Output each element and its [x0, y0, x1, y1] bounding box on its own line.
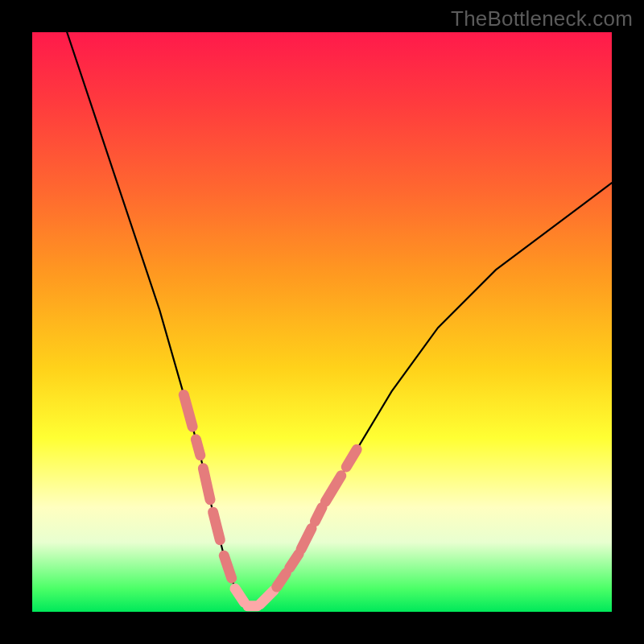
highlight-dashes-right	[277, 449, 357, 587]
bottleneck-curve	[67, 32, 612, 606]
chart-frame: TheBottleneck.com	[0, 0, 644, 644]
highlight-dashes-bottom	[235, 588, 274, 606]
highlight-dashes-left	[184, 394, 231, 578]
watermark-text: TheBottleneck.com	[451, 6, 633, 31]
plot-area	[32, 32, 612, 612]
curve-layer	[32, 32, 612, 612]
